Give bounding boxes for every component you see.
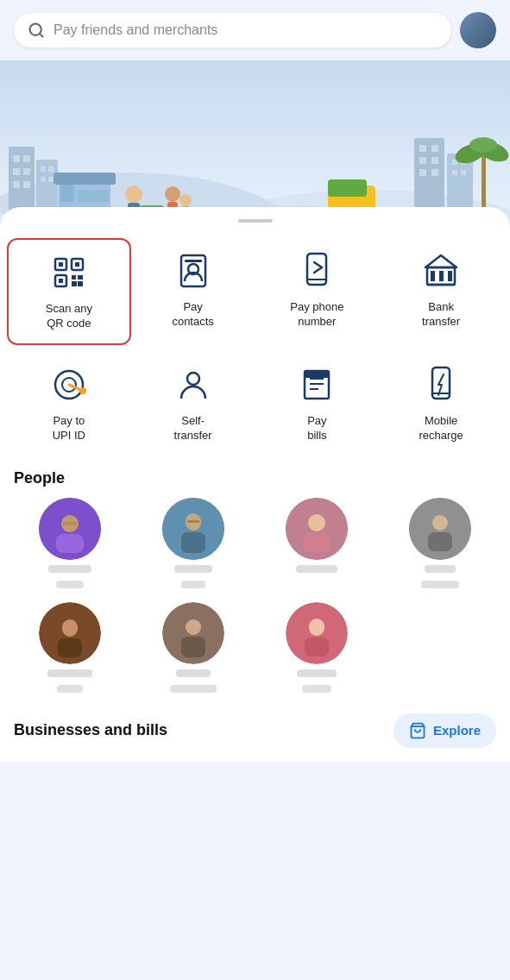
svg-rect-10 — [13, 181, 20, 188]
mobile-recharge-button[interactable]: Mobilerecharge — [379, 352, 503, 455]
person-avatar-2 — [162, 498, 224, 560]
svg-rect-110 — [305, 638, 329, 656]
search-bar[interactable]: Pay friends and merchants — [14, 13, 451, 47]
person-avatar-7 — [286, 602, 348, 664]
explore-bag-icon — [409, 722, 426, 739]
pay-bills-label: Paybills — [307, 414, 326, 443]
scan-qr-button[interactable]: Scan anyQR code — [7, 238, 131, 345]
person-name-4b — [421, 581, 459, 588]
person-item-5[interactable] — [12, 602, 127, 693]
pay-contacts-button[interactable]: Paycontacts — [131, 238, 255, 345]
header: Pay friends and merchants — [0, 0, 510, 60]
svg-point-51 — [469, 137, 497, 153]
avatar[interactable] — [460, 12, 496, 48]
mobile-recharge-label: Mobilerecharge — [419, 414, 463, 443]
pay-phone-label: Pay phonenumber — [290, 300, 343, 330]
person-item-7[interactable] — [260, 602, 375, 693]
svg-rect-59 — [75, 262, 79, 267]
self-transfer-button[interactable]: Self-transfer — [131, 352, 255, 455]
svg-rect-41 — [419, 169, 426, 176]
svg-point-26 — [165, 186, 180, 202]
person-name-2b — [181, 581, 205, 588]
avatar-image — [460, 12, 496, 48]
svg-rect-91 — [63, 522, 77, 525]
pay-contacts-icon — [171, 248, 216, 293]
svg-rect-94 — [181, 532, 205, 553]
businesses-section: Businesses and bills Explore — [0, 707, 510, 762]
svg-rect-7 — [23, 155, 30, 162]
svg-rect-63 — [78, 275, 83, 280]
person-name-4 — [425, 565, 456, 573]
explore-button[interactable]: Explore — [394, 713, 496, 748]
action-grid-row2: Pay toUPI ID Self-transfer — [0, 352, 510, 462]
svg-rect-61 — [59, 279, 63, 283]
pay-upi-button[interactable]: Pay toUPI ID — [7, 352, 131, 455]
action-grid-row1: Scan anyQR code Paycontacts — [0, 238, 510, 352]
pay-contacts-label: Paycontacts — [172, 300, 213, 330]
person-name-6 — [176, 669, 211, 677]
svg-point-21 — [125, 185, 142, 203]
person-empty — [383, 602, 498, 693]
svg-rect-11 — [23, 181, 30, 188]
mobile-recharge-icon — [419, 362, 463, 407]
person-name-3 — [296, 565, 337, 573]
svg-rect-62 — [72, 275, 76, 280]
person-item-6[interactable] — [135, 602, 250, 693]
people-grid-row2 — [0, 602, 510, 707]
svg-rect-104 — [58, 638, 82, 657]
bank-transfer-label: Banktransfer — [422, 300, 460, 330]
pay-upi-label: Pay toUPI ID — [53, 414, 85, 443]
main-card: Scan anyQR code Paycontacts — [0, 207, 510, 762]
person-item-2[interactable] — [135, 498, 250, 588]
svg-rect-20 — [78, 190, 109, 202]
svg-rect-75 — [448, 271, 452, 281]
svg-rect-100 — [432, 515, 448, 531]
person-name-5 — [47, 669, 92, 677]
person-avatar-4 — [409, 498, 471, 560]
svg-rect-90 — [56, 534, 84, 553]
explore-label: Explore — [433, 723, 481, 738]
svg-rect-73 — [431, 271, 435, 281]
svg-rect-37 — [419, 145, 426, 152]
svg-point-80 — [187, 373, 199, 385]
svg-rect-31 — [328, 179, 367, 197]
svg-rect-68 — [185, 260, 202, 262]
svg-rect-39 — [419, 157, 426, 164]
person-name-2 — [174, 565, 212, 573]
people-section: People — [0, 462, 510, 707]
person-name-1b — [56, 581, 84, 588]
svg-rect-15 — [41, 177, 46, 182]
pay-upi-icon — [47, 362, 91, 407]
person-avatar-6 — [162, 602, 224, 664]
bank-transfer-icon — [419, 248, 463, 293]
person-item-3[interactable] — [260, 498, 375, 588]
person-item-1[interactable] — [12, 498, 127, 588]
pay-bills-icon — [294, 362, 339, 407]
scan-qr-icon — [47, 250, 91, 295]
svg-rect-106 — [186, 619, 201, 635]
person-item-4[interactable] — [383, 498, 498, 588]
pay-phone-button[interactable]: Pay phonenumber — [255, 238, 380, 345]
person-name-5b — [57, 685, 83, 693]
svg-point-79 — [79, 387, 86, 394]
svg-line-1 — [40, 34, 43, 37]
person-name-6b — [170, 685, 217, 693]
svg-rect-8 — [13, 168, 20, 175]
svg-rect-95 — [187, 520, 199, 523]
person-name-1 — [48, 565, 91, 573]
svg-rect-47 — [461, 170, 466, 175]
person-name-7b — [302, 685, 331, 693]
svg-rect-109 — [309, 619, 324, 636]
svg-rect-85 — [305, 371, 329, 378]
pay-bills-button[interactable]: Paybills — [255, 352, 380, 455]
pay-phone-icon — [294, 248, 339, 293]
svg-rect-64 — [72, 281, 77, 286]
svg-rect-14 — [48, 166, 54, 172]
svg-rect-65 — [78, 281, 83, 286]
person-avatar-3 — [286, 498, 348, 560]
svg-rect-13 — [41, 166, 46, 172]
svg-rect-19 — [60, 185, 74, 202]
bank-transfer-button[interactable]: Banktransfer — [379, 238, 503, 345]
person-avatar-5 — [39, 602, 101, 664]
svg-rect-6 — [13, 155, 20, 162]
